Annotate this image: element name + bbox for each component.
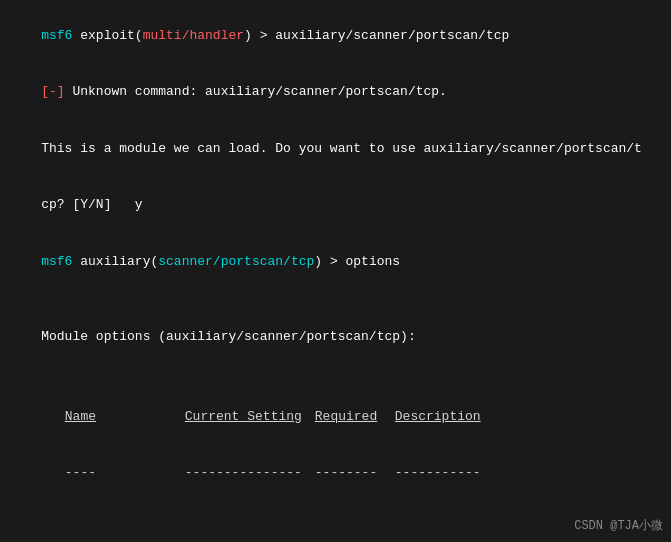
blank-line-2 [10, 366, 661, 385]
watermark: CSDN @TJA小微 [574, 517, 663, 534]
line-3: This is a module we can load. Do you wan… [10, 121, 661, 178]
line-2: [-] Unknown command: auxiliary/scanner/p… [10, 65, 661, 122]
table-underlines: -------------------------------------- [18, 445, 661, 502]
error-badge: [-] [41, 84, 64, 99]
module-name: multi/handler [143, 28, 244, 43]
options-table: NameCurrent SettingRequiredDescription -… [18, 389, 661, 542]
terminal-window: msf6 exploit(multi/handler) > auxiliary/… [0, 0, 671, 542]
col-header-desc: Description [395, 409, 481, 424]
blank-line-3 [18, 502, 661, 521]
table-header-row: NameCurrent SettingRequiredDescription [18, 389, 661, 446]
row-concurrency-1: CONCURRENCY10yesThe number of concurrent… [18, 521, 661, 542]
blank-line-1 [10, 291, 661, 310]
col-header-name: Name [65, 408, 185, 427]
col-header-required: Required [315, 408, 395, 427]
prompt-msf6: msf6 [41, 28, 72, 43]
prompt-text: exploit( [72, 28, 142, 43]
col-header-setting: Current Setting [185, 408, 315, 427]
prompt-msf6-2: msf6 [41, 254, 72, 269]
module-scanner: scanner/portscan/tcp [158, 254, 314, 269]
line-1: msf6 exploit(multi/handler) > auxiliary/… [10, 8, 661, 65]
line-4: cp? [Y/N] y [10, 178, 661, 235]
line-5: msf6 auxiliary(scanner/portscan/tcp) > o… [10, 234, 661, 291]
module-options-header: Module options (auxiliary/scanner/portsc… [10, 310, 661, 367]
